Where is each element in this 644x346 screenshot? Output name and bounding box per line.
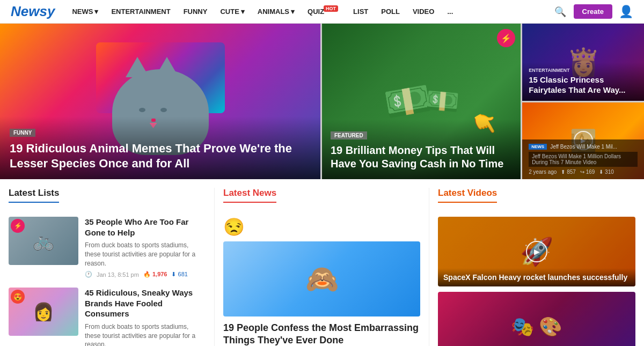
video-title-overlay: SpaceX Falcon Heavy rocket launches succ… [438, 268, 635, 286]
list-title-2: 45 Ridiculous, Sneaky Ways Brands Have F… [85, 288, 206, 319]
news-emoji: 😒 [223, 217, 420, 237]
video-item-2[interactable]: 🎭 🎨 06:46 [438, 292, 635, 346]
hero-mid-overlay: FEATURED 19 Brilliant Money Tips That Wi… [322, 119, 521, 179]
site-logo[interactable]: Newsy [11, 3, 55, 20]
list-desc-1: From duck boats to sports stadiums, thes… [85, 241, 206, 268]
up-stat: ⬆ 857 [561, 169, 575, 175]
video-thumb-1: 🚀 ▶ SpaceX Falcon Heavy rocket launches … [438, 217, 635, 286]
video-tooltip: Jeff Bezos Will Make 1 Million Dollars D… [529, 152, 638, 167]
hero-main-card[interactable]: FUNNY 19 Ridiculous Animal Memes That Pr… [0, 24, 320, 179]
hero-right-top-overlay: ENTERTAINMENT 15 Classic Princess Fairyt… [522, 62, 644, 101]
latest-lists-section: Latest Lists 🚲 ⚡ 35 People Who Are Too F… [0, 188, 215, 346]
nav-video[interactable]: VIDEO [407, 8, 440, 16]
nav-list[interactable]: LIST [348, 8, 374, 16]
latest-news-section: Latest News 😒 🙈 19 People Confess the Mo… [215, 188, 429, 346]
nav-poll[interactable]: POLL [376, 8, 405, 16]
list-title-1: 35 People Who Are Too Far Gone to Help [85, 217, 206, 238]
upvote-count-1: 🔥 1,976 [143, 271, 167, 278]
nav-animals[interactable]: ANIMALS ▾ [252, 8, 300, 16]
nav-news[interactable]: NEWS ▾ [67, 8, 104, 16]
lists-section-title: Latest Lists [9, 188, 59, 203]
nav-cute[interactable]: CUTE ▾ [215, 8, 250, 16]
video-stats: 2 years ago ⬆ 857 ↪ 169 ⬇ 310 [529, 169, 638, 175]
hero-main-overlay: FUNNY 19 Ridiculous Animal Memes That Pr… [0, 116, 320, 179]
trending-badge: ⚡ [497, 29, 515, 47]
hero-right-top-title: 15 Classic Princess Fairytales That Are … [529, 75, 638, 95]
video-thumb-2: 🎭 🎨 06:46 [438, 292, 635, 346]
hero-mid-tag: FEATURED [331, 131, 367, 139]
nav-quiz[interactable]: QUIZ HOT [302, 8, 346, 16]
video-time: Jeff Bezos Will Make 1 Mil... [550, 144, 617, 150]
news-title-1: 19 People Confess the Most Embarrassing … [223, 322, 420, 346]
list-item[interactable]: 🚲 ⚡ 35 People Who Are Too Far Gone to He… [9, 217, 206, 278]
list-thumb-2: 👩 😍 [9, 288, 78, 336]
hero-main-tag: FUNNY [10, 129, 35, 137]
hero-right-top-tag: ENTERTAINMENT [529, 68, 638, 73]
chevron-down-icon: ▾ [94, 8, 98, 16]
hero-right-column: 👸 ENTERTAINMENT 15 Classic Princess Fair… [522, 24, 644, 179]
latest-videos-section: Latest Videos 🚀 ▶ SpaceX Falcon Heavy ro… [429, 188, 644, 346]
nav-funny[interactable]: FUNNY [178, 8, 213, 16]
videos-section-title: Latest Videos [438, 188, 497, 203]
create-button[interactable]: Create [574, 4, 612, 19]
down-stat: ⬇ 310 [599, 169, 613, 175]
news-image-1: 🙈 [223, 241, 420, 316]
video-item-1[interactable]: 🚀 ▶ SpaceX Falcon Heavy rocket launches … [438, 217, 635, 286]
share-stat: ↪ 169 [580, 169, 595, 175]
news-badge: NEWS [529, 144, 547, 150]
search-icon[interactable]: 🔍 [554, 6, 566, 18]
list-item[interactable]: 👩 😍 45 Ridiculous, Sneaky Ways Brands Ha… [9, 288, 206, 346]
hero-mid-card[interactable]: 💵 💵 👇 ⚡ FEATURED 19 Brilliant Money Tips… [322, 24, 521, 179]
list-info-1: 35 People Who Are Too Far Gone to Help F… [85, 217, 206, 278]
hero-section: FUNNY 19 Ridiculous Animal Memes That Pr… [0, 24, 644, 179]
list-meta-1: 🕐 Jan 13, 8:51 pm 🔥 1,976 ⬇ 681 [85, 271, 206, 278]
downvote-count-1: ⬇ 681 [171, 271, 187, 278]
nav-more[interactable]: ... [442, 8, 458, 16]
hero-right-bottom-overlay: NEWS Jeff Bezos Will Make 1 Mil... Jeff … [522, 139, 644, 179]
video-play-icon[interactable]: ▶ [526, 241, 547, 262]
navbar: Newsy NEWS ▾ ENTERTAINMENT FUNNY CUTE ▾ … [0, 0, 644, 24]
hero-right-bottom-card[interactable]: 🏙️ ▶ NEWS Jeff Bezos Will Make 1 Mil... … [522, 102, 644, 180]
chevron-down-icon: ▾ [241, 8, 245, 16]
list-info-2: 45 Ridiculous, Sneaky Ways Brands Have F… [85, 288, 206, 346]
clock-icon: 🕐 [85, 271, 92, 278]
time-stat: 2 years ago [529, 169, 557, 175]
nav-entertainment[interactable]: ENTERTAINMENT [106, 8, 175, 16]
chevron-down-icon: ▾ [291, 8, 295, 16]
hot-badge: HOT [324, 5, 338, 12]
hero-right-top-card[interactable]: 👸 ENTERTAINMENT 15 Classic Princess Fair… [522, 24, 644, 101]
list-desc-2: From duck boats to sports stadiums, thes… [85, 322, 206, 346]
news-item-1[interactable]: 😒 🙈 19 People Confess the Most Embarrass… [223, 217, 420, 346]
account-icon[interactable]: 👤 [619, 5, 633, 19]
list-thumb-1: 🚲 ⚡ [9, 217, 78, 265]
hero-main-title: 19 Ridiculous Animal Memes That Prove We… [10, 141, 311, 171]
trending-icon: ⚡ [11, 219, 25, 233]
news-section-title: Latest News [223, 188, 276, 203]
hero-mid-title: 19 Brilliant Money Tips That Will Have Y… [331, 144, 512, 171]
